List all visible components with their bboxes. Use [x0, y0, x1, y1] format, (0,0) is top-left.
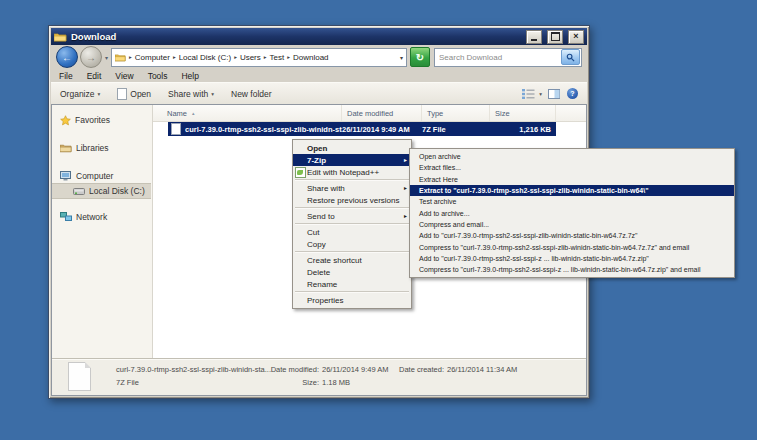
size-value: 1.18 MB	[322, 376, 389, 389]
context-menu-item-restore-previous-versions[interactable]: Restore previous versions	[293, 194, 411, 206]
menu-item-label: Open archive	[419, 153, 461, 160]
context-menu-item-create-shortcut[interactable]: Create shortcut	[293, 254, 411, 266]
menu-item-label: Add to "curl-7.39.0-rtmp-ssh2-ssl-sspi-z…	[419, 232, 638, 239]
address-dropdown-icon[interactable]: ▾	[400, 54, 403, 61]
menubar-item-help[interactable]: Help	[181, 71, 198, 81]
change-view-button[interactable]	[522, 89, 535, 99]
breadcrumb-separator-icon: ▸	[173, 54, 176, 60]
submenu-item-extract-to-curl-7-39-0-rtmp-ssh2-ssl-ssp[interactable]: Extract to "curl-7.39.0-rtmp-ssh2-ssl-ss…	[410, 185, 734, 196]
organize-button[interactable]: Organize ▾	[60, 89, 100, 99]
sidebar-item-computer[interactable]: Computer	[52, 169, 151, 183]
submenu-item-extract-files[interactable]: Extract files...	[410, 162, 734, 173]
search-icon	[566, 53, 575, 62]
context-menu-item-edit-with-notepad[interactable]: Edit with Notepad++	[293, 166, 411, 178]
breadcrumb-item-local-disk-c[interactable]: Local Disk (C:)	[179, 53, 231, 62]
submenu-item-compress-to-curl-7-39-0-rtmp-ssh2-ssl-ss[interactable]: Compress to "curl-7.39.0-rtmp-ssh2-ssl-s…	[410, 264, 734, 275]
column-header-label: Size	[495, 109, 510, 118]
file-row[interactable]: curl-7.39.0-rtmp-ssh2-ssl-sspi-zlib-wini…	[168, 122, 556, 136]
sidebar-item-libraries[interactable]: Libraries	[52, 141, 151, 155]
details-name-type: curl-7.39.0-rtmp-ssh2-ssl-sspi-zlib-wini…	[116, 363, 271, 389]
share-with-button[interactable]: Share with ▾	[168, 89, 214, 99]
submenu-item-compress-to-curl-7-39-0-rtmp-ssh2-ssl-ss[interactable]: Compress to "curl-7.39.0-rtmp-ssh2-ssl-s…	[410, 241, 734, 252]
close-icon: ×	[573, 32, 578, 41]
sidebar-item-network[interactable]: Network	[52, 210, 151, 224]
sidebar-item-label: Local Disk (C:)	[89, 186, 145, 196]
menubar-item-tools[interactable]: Tools	[148, 71, 168, 81]
sidebar-item-label: Computer	[76, 171, 113, 181]
sidebar-item-favorites[interactable]: Favorites	[52, 113, 151, 127]
context-menu-item-send-to[interactable]: Send to►	[293, 210, 411, 222]
context-menu-item-delete[interactable]: Delete	[293, 266, 411, 278]
date-created-value: 26/11/2014 11:34 AM	[447, 363, 517, 376]
address-field[interactable]: ▸Computer▸Local Disk (C:)▸Users▸Test▸Dow…	[111, 48, 407, 67]
maximize-icon	[551, 32, 560, 41]
date-modified-value: 26/11/2014 9:49 AM	[322, 363, 389, 376]
file-date-cell: 26/11/2014 9:49 AM	[342, 125, 422, 134]
sidebar-item-label: Favorites	[75, 115, 110, 125]
date-created-label: Date created:	[399, 363, 444, 376]
menu-item-label: Test archive	[419, 198, 456, 205]
breadcrumb-separator-icon: ▸	[287, 54, 290, 60]
breadcrumb-item-download[interactable]: Download	[293, 53, 329, 62]
column-header-type[interactable]: Type	[422, 105, 490, 121]
help-icon: ?	[570, 90, 574, 97]
context-menu-item-share-with[interactable]: Share with►	[293, 182, 411, 194]
submenu-item-compress-and-email[interactable]: Compress and email...	[410, 219, 734, 230]
help-button[interactable]: ?	[567, 88, 578, 99]
open-button[interactable]: Open	[117, 88, 151, 100]
submenu-item-open-archive[interactable]: Open archive	[410, 151, 734, 162]
menu-item-label: Restore previous versions	[307, 196, 399, 205]
submenu-arrow-icon: ►	[403, 185, 408, 191]
close-button[interactable]: ×	[568, 30, 584, 44]
forward-button[interactable]: →	[80, 46, 102, 68]
menu-item-label: Create shortcut	[307, 256, 362, 265]
toolbar: Organize ▾ Open Share with ▾ New folder …	[51, 82, 587, 105]
change-view-dropdown[interactable]: ▾	[539, 91, 542, 97]
size-label: Size:	[257, 376, 319, 389]
context-menu-item-open[interactable]: Open	[293, 142, 411, 154]
column-header-date-modified[interactable]: Date modified	[342, 105, 422, 121]
maximize-button[interactable]	[547, 30, 563, 44]
breadcrumb-item-computer[interactable]: Computer	[135, 53, 170, 62]
minimize-button[interactable]	[526, 30, 542, 44]
menubar-item-edit[interactable]: Edit	[87, 71, 102, 81]
menu-item-label: Rename	[307, 280, 337, 289]
address-bar: ← → ▾ ▸Computer▸Local Disk (C:)▸Users▸Te…	[51, 45, 587, 69]
column-header-size[interactable]: Size	[490, 105, 556, 121]
search-input[interactable]	[435, 53, 561, 62]
menubar-item-view[interactable]: View	[115, 71, 133, 81]
back-button[interactable]: ←	[56, 46, 78, 68]
titlebar[interactable]: Download ×	[51, 28, 587, 45]
sidebar-item-local-disk-c[interactable]: Local Disk (C:)	[52, 183, 151, 199]
menu-item-label: Add to archive...	[419, 210, 470, 217]
submenu-item-add-to-archive[interactable]: Add to archive...	[410, 207, 734, 218]
breadcrumb-item-test[interactable]: Test	[270, 53, 285, 62]
new-folder-button[interactable]: New folder	[231, 89, 272, 99]
submenu-item-extract-here[interactable]: Extract Here	[410, 174, 734, 185]
column-header-name[interactable]: Name▴	[153, 105, 342, 121]
menu-separator	[295, 223, 409, 225]
submenu-item-add-to-curl-7-39-0-rtmp-ssh2-ssl-sspi-z-[interactable]: Add to "curl-7.39.0-rtmp-ssh2-ssl-sspi-z…	[410, 253, 734, 264]
context-menu: Open7-Zip►Edit with Notepad++Share with►…	[292, 139, 412, 309]
context-menu-item-properties[interactable]: Properties	[293, 294, 411, 306]
context-menu-item-cut[interactable]: Cut	[293, 226, 411, 238]
menubar-item-file[interactable]: File	[59, 71, 73, 81]
submenu-item-test-archive[interactable]: Test archive	[410, 196, 734, 207]
column-header-label: Date modified	[347, 109, 393, 118]
submenu-arrow-icon: ►	[403, 213, 408, 219]
breadcrumb-separator-icon: ▸	[129, 54, 132, 60]
preview-pane-button[interactable]	[548, 89, 560, 99]
refresh-button[interactable]: ↻	[410, 47, 430, 67]
sidebar-item-label: Network	[76, 212, 107, 222]
context-menu-item-rename[interactable]: Rename	[293, 278, 411, 290]
chevron-down-icon: ▾	[211, 91, 214, 97]
network-icon	[60, 212, 72, 222]
search-box	[434, 48, 582, 67]
search-button[interactable]	[561, 49, 580, 65]
context-menu-item-copy[interactable]: Copy	[293, 238, 411, 250]
submenu-item-add-to-curl-7-39-0-rtmp-ssh2-ssl-sspi-zl[interactable]: Add to "curl-7.39.0-rtmp-ssh2-ssl-sspi-z…	[410, 230, 734, 241]
nav-history-dropdown[interactable]: ▾	[105, 54, 108, 61]
breadcrumb-item-users[interactable]: Users	[240, 53, 261, 62]
context-menu-item-7-zip[interactable]: 7-Zip►	[293, 154, 411, 166]
column-header-label: Type	[427, 109, 443, 118]
